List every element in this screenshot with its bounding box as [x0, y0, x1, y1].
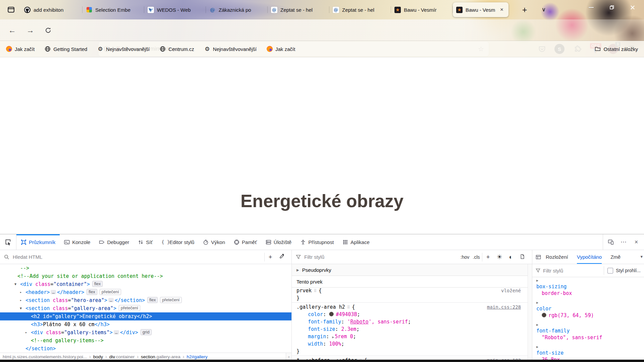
- html-node[interactable]: ▼<div class="container">flex: [0, 280, 291, 288]
- bookmark-item-6[interactable]: Jak začít: [267, 46, 295, 52]
- browser-tab-6[interactable]: @Zeptat se - hel: [329, 2, 391, 17]
- css-declaration[interactable]: color: #49403B;: [292, 311, 528, 318]
- bookmark-item-5[interactable]: ⚙Nejnavštěvovanější: [204, 46, 257, 52]
- breadcrumb-item[interactable]: section.gallery-area: [141, 354, 180, 359]
- browser-tab-2[interactable]: Selection Embe: [83, 2, 144, 17]
- breadcrumb-item[interactable]: div.container: [109, 354, 135, 359]
- inline-ellipsis[interactable]: …: [51, 290, 56, 294]
- class-toggle[interactable]: .cls: [471, 254, 482, 260]
- bookmark-item-4[interactable]: Centrum.cz: [160, 46, 194, 52]
- computed-property[interactable]: ▶colorrgb(73, 64, 59): [532, 299, 640, 321]
- bookmark-item-2[interactable]: Getting Started: [45, 46, 87, 52]
- rule-origin-link[interactable]: vložené: [501, 287, 521, 294]
- browser-tab-8[interactable]: ★Bawu - Vesm×: [453, 2, 508, 17]
- pseudo-hover-toggle[interactable]: :hov: [459, 254, 471, 260]
- tab-close-icon[interactable]: ×: [498, 6, 505, 13]
- html-node[interactable]: -->: [0, 264, 291, 272]
- browser-tab-1[interactable]: add exhibiton: [21, 2, 83, 17]
- browser-styles-checkbox[interactable]: [607, 268, 613, 274]
- css-declaration[interactable]: font-size: 2.3em;: [292, 325, 528, 333]
- css-declaration[interactable]: margin: ▶5rem 0;: [292, 333, 528, 340]
- css-declaration[interactable]: width: 100%;: [292, 340, 528, 348]
- inline-ellipsis[interactable]: …: [114, 330, 119, 335]
- meatball-menu-icon[interactable]: ⋯: [617, 234, 630, 250]
- browser-tab-7[interactable]: ★Bawu - Vesmír: [391, 2, 453, 17]
- responsive-design-icon[interactable]: [604, 234, 617, 250]
- html-node[interactable]: </section>: [0, 345, 291, 353]
- window-close-button[interactable]: ×: [623, 0, 642, 15]
- flex-badge[interactable]: flex: [87, 289, 97, 295]
- expand-arrow-icon[interactable]: ▶: [536, 300, 640, 305]
- computed-property[interactable]: ▶box-sizingborder-box: [532, 277, 640, 299]
- devtools-tab-aplikace[interactable]: Aplikace: [338, 234, 374, 250]
- html-node[interactable]: <!--end gallery-items-->: [0, 337, 291, 345]
- flex-badge[interactable]: flex: [92, 281, 103, 287]
- list-all-tabs-icon[interactable]: ∨: [539, 5, 549, 15]
- add-rule-icon[interactable]: +: [482, 253, 494, 261]
- html-node[interactable]: ▸<div class="gallery-items">…</div>grid: [0, 328, 291, 337]
- devtools-tab--lo-i-t-[interactable]: Úložiště: [261, 234, 296, 250]
- expand-arrow-icon[interactable]: ▶: [536, 344, 640, 350]
- html-node[interactable]: <h3>Plátno 40 x 60 cm</h3>: [0, 320, 291, 328]
- breadcrumb-scroll-icon[interactable]: »: [286, 353, 291, 360]
- rule-origin-link[interactable]: main.css:228: [487, 303, 521, 311]
- devtools-tab-v-kon[interactable]: Výkon: [199, 234, 229, 250]
- browser-tab-5[interactable]: @Zeptat se - hel: [268, 2, 329, 17]
- breadcrumb-item[interactable]: body: [93, 354, 103, 359]
- rules-scrollbar[interactable]: [528, 264, 532, 362]
- devtools-tab-konzole[interactable]: Konzole: [60, 234, 95, 250]
- html-node-selected[interactable]: <h2 id="gallery">Energetické obrazy</h2>: [0, 312, 291, 320]
- css-declaration[interactable]: font-family: 'Roboto', sans-serif;: [292, 318, 528, 325]
- light-theme-sim-icon[interactable]: ☀: [494, 253, 505, 261]
- css-rule-selector[interactable]: prvek⠿{vložené: [292, 287, 528, 294]
- html-node[interactable]: <!--Add your site or application content…: [0, 272, 291, 280]
- devtools-tab-p-stupnost[interactable]: Přístupnost: [296, 234, 338, 250]
- sidebar-tab-zm[interactable]: Změ: [610, 250, 621, 264]
- sidebar-tab-rozloen[interactable]: Rozložení: [546, 250, 568, 264]
- pick-element-icon[interactable]: [0, 234, 16, 250]
- dark-theme-sim-icon[interactable]: ◐: [505, 253, 517, 261]
- html-node[interactable]: ▼<section class="gallery-area">přetečení: [0, 304, 291, 312]
- window-minimize-button[interactable]: [581, 0, 601, 15]
- html-node[interactable]: ▸<section class="hero-area">…</section>f…: [0, 296, 291, 304]
- inline-ellipsis[interactable]: …: [108, 298, 114, 302]
- firefox-view-button[interactable]: [5, 4, 17, 15]
- computed-property[interactable]: ▶font-family"Roboto", sans-serif: [532, 321, 640, 344]
- bookmark-item-1[interactable]: Jak začít: [6, 46, 35, 52]
- window-restore-button[interactable]: [602, 0, 622, 15]
- style-filter-input[interactable]: Filtr stylů: [304, 254, 459, 260]
- grid-badge[interactable]: grid: [141, 329, 152, 335]
- css-rule-selector[interactable]: .gallery-area h2⠿{main.css:228: [292, 303, 528, 311]
- přetečení-badge[interactable]: přetečení: [100, 289, 121, 295]
- devtools-close-icon[interactable]: ×: [630, 234, 643, 250]
- přetečení-badge[interactable]: přetečení: [160, 297, 181, 303]
- browser-tab-3[interactable]: WEDOS - Web: [144, 2, 206, 17]
- reload-button[interactable]: [42, 24, 54, 36]
- back-button[interactable]: ←: [6, 24, 18, 36]
- flex-badge[interactable]: flex: [147, 297, 158, 303]
- drag-handle-icon[interactable]: ⠿: [347, 305, 350, 310]
- breadcrumb-item[interactable]: html.js.sizes.customelements.history.poi…: [3, 354, 87, 359]
- pseudo-elements-section[interactable]: ▶Pseudoprvky: [292, 264, 532, 276]
- devtools-tab-s-[interactable]: Síť: [133, 234, 157, 250]
- devtools-tab-pam-[interactable]: Paměť: [229, 234, 261, 250]
- html-node[interactable]: ▸<header>…</header>flexpřetečení: [0, 288, 291, 296]
- color-swatch[interactable]: [329, 312, 334, 316]
- forward-button[interactable]: →: [24, 24, 36, 36]
- devtools-tab-debugger[interactable]: Debugger: [95, 234, 133, 250]
- sidebar-tab-vypotno[interactable]: Vypočítáno: [577, 250, 602, 264]
- breadcrumb-item[interactable]: h2#gallery: [186, 354, 207, 359]
- print-sim-icon[interactable]: [517, 253, 528, 261]
- html-search-input[interactable]: Hledat HTML: [13, 254, 264, 260]
- expand-arrow-icon[interactable]: ▶: [536, 322, 640, 327]
- sidebar-tabs-overflow-icon[interactable]: ▾: [640, 254, 643, 259]
- expand-arrow-icon[interactable]: ▶: [536, 278, 640, 283]
- devtools-tab-editor-styl-[interactable]: { }Editor stylů: [157, 234, 199, 250]
- new-tab-button[interactable]: +: [519, 5, 530, 15]
- drag-handle-icon[interactable]: ⠿: [314, 289, 317, 293]
- computed-filter-input[interactable]: Filtr stylů: [543, 268, 604, 274]
- other-bookmarks-folder[interactable]: Ostatní záložky: [595, 46, 638, 52]
- bookmark-item-3[interactable]: ⚙Nejnavštěvovanější: [97, 46, 150, 52]
- přetečení-badge[interactable]: přetečení: [119, 305, 140, 311]
- add-node-icon[interactable]: +: [265, 253, 276, 261]
